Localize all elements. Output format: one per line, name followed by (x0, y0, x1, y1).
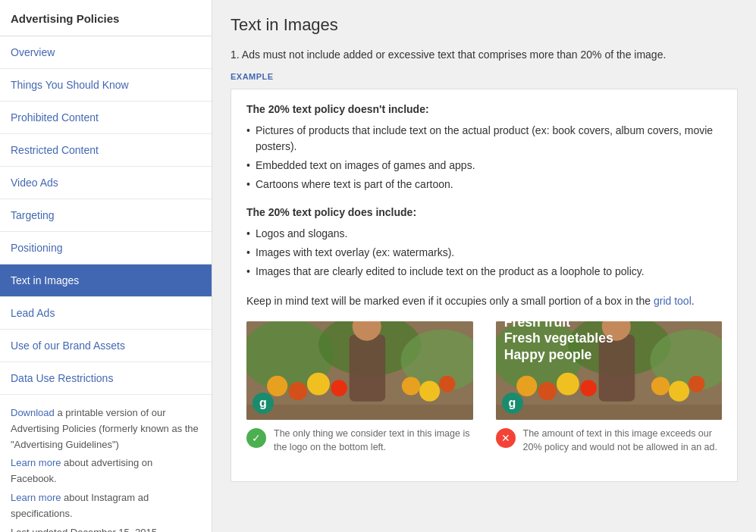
sidebar-item-prohibited-content[interactable]: Prohibited Content (0, 102, 212, 134)
caption-ok: The only thing we consider text in this … (274, 427, 473, 454)
svg-text:Happy people: Happy people (503, 347, 591, 362)
sidebar: Advertising Policies OverviewThings You … (0, 0, 212, 532)
learn-facebook-line: Learn more about advertising on Facebook… (11, 455, 201, 487)
svg-point-12 (439, 376, 456, 393)
learn-instagram-line: Learn more about Instagram ad specificat… (11, 490, 201, 522)
market-scene-bad: Fresh fruit Fresh vegetables Happy peopl… (496, 321, 723, 420)
svg-rect-8 (350, 335, 385, 402)
list-item: Images that are clearly edited to includ… (246, 262, 722, 281)
image-caption-row-ok: ✓ The only thing we consider text in thi… (246, 427, 473, 454)
sidebar-item-overview[interactable]: Overview (0, 36, 212, 69)
image-examples: g ✓ The only thing we consider text in t… (246, 321, 722, 454)
svg-point-7 (331, 380, 347, 396)
example-box: The 20% text policy doesn't include: Pic… (231, 89, 738, 482)
svg-point-18 (516, 376, 537, 396)
policy-section1-list: Pictures of products that include text o… (246, 121, 722, 194)
sidebar-nav: OverviewThings You Should KnowProhibited… (0, 36, 212, 395)
sidebar-item-video-ads[interactable]: Video Ads (0, 167, 212, 199)
sidebar-item-text-in-images[interactable]: Text in Images (0, 264, 212, 297)
list-item: Images with text overlay (ex: watermarks… (246, 243, 722, 262)
market-logo-bad: g (502, 393, 523, 414)
rule-number: 1. (231, 49, 240, 61)
sidebar-item-data-use-restrictions[interactable]: Data Use Restrictions (0, 362, 212, 395)
sidebar-item-targeting[interactable]: Targeting (0, 199, 212, 232)
note-text: Keep in mind text will be marked even if… (246, 293, 722, 309)
example-label: EXAMPLE (231, 72, 738, 81)
list-item: Embedded text on images of games and app… (246, 156, 722, 175)
list-item: Pictures of products that include text o… (246, 121, 722, 156)
learn-instagram-link[interactable]: Learn more (11, 492, 61, 503)
svg-point-25 (668, 381, 689, 402)
market-scene-ok: g (246, 321, 473, 420)
rule-item: 1. Ads must not include added or excessi… (231, 47, 738, 63)
market-svg-ok (246, 321, 473, 420)
svg-point-6 (307, 373, 330, 396)
sidebar-item-restricted-content[interactable]: Restricted Content (0, 134, 212, 167)
svg-text:Fresh vegetables: Fresh vegetables (503, 330, 613, 346)
sidebar-item-use-of-our-brand-assets[interactable]: Use of our Brand Assets (0, 330, 212, 362)
caption-bad: The amount of text in this image exceeds… (523, 427, 723, 454)
svg-point-4 (267, 376, 287, 396)
list-item: Logos and slogans. (246, 224, 722, 243)
sidebar-item-positioning[interactable]: Positioning (0, 232, 212, 264)
policy-section1-title: The 20% text policy doesn't include: (246, 103, 722, 115)
image-placeholder-bad: Fresh fruit Fresh vegetables Happy peopl… (496, 321, 723, 420)
grid-tool-link[interactable]: grid tool (654, 295, 692, 307)
download-line: Download a printable version of our Adve… (11, 405, 201, 452)
image-placeholder-ok: g (246, 321, 473, 420)
svg-point-20 (557, 373, 579, 396)
svg-point-21 (580, 380, 597, 396)
bad-icon: ✕ (496, 428, 516, 448)
svg-point-11 (419, 381, 440, 402)
svg-rect-13 (246, 405, 473, 420)
sidebar-item-lead-ads[interactable]: Lead Ads (0, 297, 212, 330)
svg-point-24 (651, 377, 669, 395)
sidebar-title: Advertising Policies (0, 0, 212, 36)
download-link[interactable]: Download (11, 407, 55, 418)
market-logo-ok: g (253, 393, 274, 414)
ok-icon: ✓ (246, 428, 266, 448)
policy-section2-list: Logos and slogans.Images with text overl… (246, 224, 722, 281)
rule-text: Ads must not include added or excessive … (242, 49, 667, 61)
main-content: Text in Images 1. Ads must not include a… (212, 0, 756, 532)
list-item: Cartoons where text is part of the carto… (246, 175, 722, 194)
image-caption-row-bad: ✕ The amount of text in this image excee… (496, 427, 723, 454)
page-title: Text in Images (231, 15, 738, 35)
image-example-ok: g ✓ The only thing we consider text in t… (246, 321, 473, 454)
policy-section2-title: The 20% text policy does include: (246, 206, 722, 218)
svg-point-5 (289, 382, 307, 400)
svg-point-10 (402, 377, 420, 395)
sidebar-footer: Download a printable version of our Adve… (0, 395, 212, 532)
learn-facebook-link[interactable]: Learn more (11, 457, 61, 468)
svg-point-26 (688, 376, 704, 393)
svg-rect-27 (496, 405, 723, 420)
svg-point-19 (538, 382, 556, 400)
sidebar-item-things-you-should-know[interactable]: Things You Should Know (0, 69, 212, 102)
last-updated: Last updated December 15, 2015 (11, 527, 157, 532)
market-svg-bad: Fresh fruit Fresh vegetables Happy peopl… (496, 321, 723, 420)
image-example-bad: Fresh fruit Fresh vegetables Happy peopl… (496, 321, 723, 454)
svg-text:Fresh fruit: Fresh fruit (503, 321, 569, 330)
